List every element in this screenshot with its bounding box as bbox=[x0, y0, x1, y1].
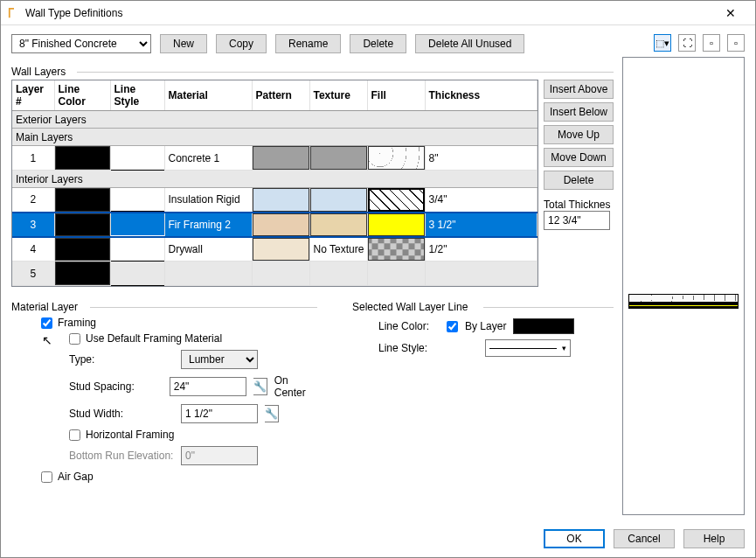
framing-label: Framing bbox=[58, 317, 96, 329]
help-button[interactable]: Help bbox=[683, 529, 745, 548]
close-icon[interactable]: ✕ bbox=[713, 6, 748, 20]
table-row[interactable]: 1 Concrete 1 8" bbox=[12, 146, 538, 171]
wrench-icon[interactable]: 🔧 bbox=[265, 405, 279, 422]
use-default-framing-checkbox[interactable] bbox=[69, 333, 80, 345]
by-layer-checkbox[interactable] bbox=[447, 321, 458, 332]
col-fill: Fill bbox=[367, 80, 425, 111]
wall-preview bbox=[622, 57, 745, 515]
new-button[interactable]: New bbox=[160, 34, 207, 53]
line-style-select[interactable]: ▾ bbox=[485, 339, 571, 357]
section-interior: Interior Layers bbox=[12, 171, 538, 188]
col-pattern: Pattern bbox=[252, 80, 309, 111]
table-row-selected[interactable]: 3 Fir Framing 2 3 1/2" bbox=[12, 213, 538, 237]
col-texture: Texture bbox=[309, 80, 367, 111]
move-down-button[interactable]: Move Down bbox=[544, 148, 614, 167]
toolbar-icon-3[interactable]: ▫ bbox=[703, 34, 720, 52]
total-thickness-label: Total Thicknes bbox=[544, 199, 614, 211]
col-layer: Layer # bbox=[12, 80, 54, 111]
cancel-button[interactable]: Cancel bbox=[614, 529, 675, 548]
wrench-icon[interactable]: 🔧 bbox=[253, 378, 267, 395]
delete-layer-button[interactable]: Delete bbox=[544, 171, 614, 190]
stud-spacing-input[interactable] bbox=[170, 377, 246, 396]
toolbar-icon-1[interactable]: ⬚▾ bbox=[654, 34, 671, 52]
rename-button[interactable]: Rename bbox=[275, 34, 341, 53]
copy-button[interactable]: Copy bbox=[216, 34, 267, 53]
horizontal-framing-checkbox[interactable] bbox=[69, 429, 80, 441]
line-color-swatch[interactable] bbox=[513, 318, 574, 334]
insert-below-button[interactable]: Insert Below bbox=[544, 102, 614, 122]
framing-checkbox[interactable] bbox=[41, 317, 52, 329]
total-thickness-value[interactable] bbox=[544, 211, 610, 230]
selected-line-label: Selected Wall Layer Line bbox=[352, 301, 614, 313]
move-up-button[interactable]: Move Up bbox=[544, 125, 614, 144]
framing-type-select[interactable]: Lumber bbox=[181, 350, 258, 369]
table-row[interactable]: 2 Insulation Rigid 3/4" bbox=[12, 188, 538, 213]
delete-button[interactable]: Delete bbox=[350, 34, 406, 53]
stud-width-input[interactable] bbox=[181, 404, 258, 423]
col-linecolor: Line Color bbox=[54, 80, 110, 111]
col-material: Material bbox=[164, 80, 252, 111]
material-layer-label: Material Layer bbox=[11, 301, 317, 313]
toolbar-icon-4[interactable]: ▫ bbox=[727, 34, 745, 52]
section-main: Main Layers bbox=[12, 129, 538, 146]
col-thickness: Thickness bbox=[425, 80, 538, 111]
col-linestyle: Line Style bbox=[110, 80, 164, 111]
table-row[interactable]: 5 bbox=[12, 262, 538, 286]
bottom-run-elevation-input bbox=[181, 446, 258, 465]
chevron-down-icon: ▾ bbox=[562, 344, 566, 352]
ok-button[interactable]: OK bbox=[544, 529, 605, 548]
insert-above-button[interactable]: Insert Above bbox=[544, 80, 614, 99]
window-title: Wall Type Definitions bbox=[25, 7, 713, 19]
air-gap-checkbox[interactable] bbox=[41, 471, 52, 483]
app-icon bbox=[8, 7, 20, 19]
wall-type-select[interactable]: 8" Finished Concrete bbox=[11, 34, 151, 53]
table-row[interactable]: 4 Drywall No Texture 1/2" bbox=[12, 237, 538, 262]
wall-layers-table[interactable]: Layer # Line Color Line Style Material P… bbox=[12, 80, 538, 286]
wall-layers-label: Wall Layers bbox=[11, 66, 614, 78]
fit-icon[interactable]: ⛶ bbox=[678, 34, 696, 52]
section-exterior: Exterior Layers bbox=[12, 111, 538, 129]
delete-unused-button[interactable]: Delete All Unused bbox=[415, 34, 524, 53]
